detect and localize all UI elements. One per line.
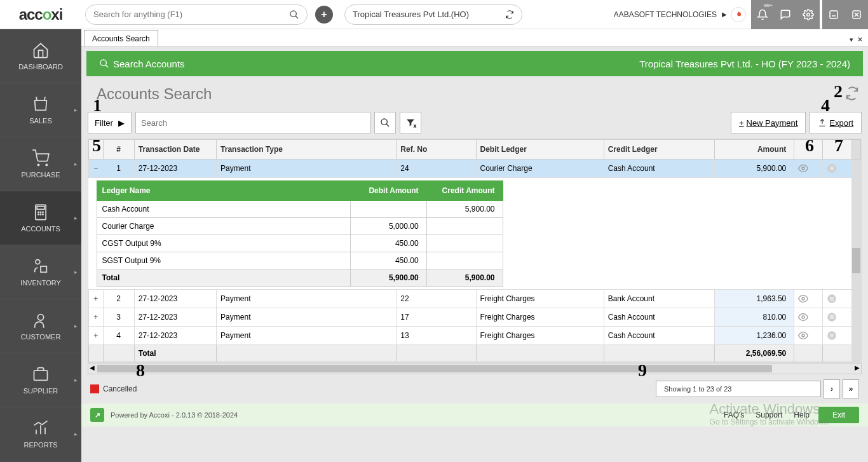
- sidebar-item-reports[interactable]: REPORTS ▸: [0, 407, 81, 461]
- table-row[interactable]: + 3 27-12-2023Payment 17Freight Charges …: [89, 308, 861, 327]
- filter-button[interactable]: Filter ▶: [88, 112, 132, 133]
- chat-button[interactable]: [774, 0, 797, 29]
- add-button[interactable]: +: [315, 6, 333, 24]
- notifications-button[interactable]: 99+: [751, 0, 774, 29]
- company-selector[interactable]: Tropical Treasures Pvt Ltd.(HO): [344, 4, 522, 25]
- svg-point-25: [100, 60, 106, 65]
- col-date[interactable]: Transaction Date: [134, 140, 216, 160]
- grid-total-row: Total 2,56,069.50: [89, 345, 861, 362]
- sync-icon[interactable]: [505, 10, 514, 19]
- svg-rect-48: [830, 337, 834, 337]
- expand-icon[interactable]: +: [89, 290, 104, 308]
- menu-icon[interactable]: [823, 290, 851, 308]
- org-name[interactable]: AABASOFT TECHNOLOGIES: [614, 10, 717, 19]
- search-button[interactable]: [374, 112, 396, 133]
- expand-icon[interactable]: +: [89, 308, 104, 327]
- svg-rect-37: [830, 298, 834, 299]
- cell-credit: Cash Account: [604, 160, 714, 178]
- clear-filter-button[interactable]: x: [400, 112, 421, 133]
- filter-label: Filter: [95, 118, 113, 128]
- view-icon[interactable]: [794, 160, 823, 178]
- svg-point-8: [37, 164, 39, 165]
- new-payment-button[interactable]: + New Payment: [731, 112, 806, 133]
- sidebar-item-supplier[interactable]: SUPPLIER ▸: [0, 353, 81, 407]
- view-icon[interactable]: [794, 308, 823, 327]
- faq-link[interactable]: FAQ's: [724, 411, 744, 419]
- toolbar: 1 Filter ▶ x 3 + New Payment 4: [81, 108, 868, 137]
- svg-rect-46: [830, 334, 834, 334]
- sidebar-item-label: REPORTS: [24, 441, 58, 449]
- collapse-icon[interactable]: −: [89, 160, 104, 178]
- tab-close-icon[interactable]: ✕: [857, 36, 863, 44]
- tab-dropdown-icon[interactable]: ▾: [850, 36, 853, 44]
- export-icon: [818, 118, 827, 127]
- table-row[interactable]: + 4 27-12-2023Payment 13Freight Charges …: [89, 327, 861, 345]
- menu-icon[interactable]: [823, 160, 851, 178]
- minimize-button[interactable]: [822, 0, 845, 29]
- transactions-grid: 5 6 7 # Transaction Date Transaction Typ…: [88, 139, 862, 363]
- svg-line-26: [105, 65, 108, 67]
- col-ref[interactable]: Ref. No: [397, 140, 476, 160]
- cell-debit: Courier Charge: [476, 160, 604, 178]
- sidebar-item-label: DASHBOARD: [18, 63, 63, 71]
- svg-point-0: [290, 11, 296, 17]
- flame-icon[interactable]: [731, 7, 746, 22]
- subcol-debit: Debit Amount: [350, 181, 426, 201]
- sidebar-item-dashboard[interactable]: DASHBOARD: [0, 29, 81, 83]
- expand-icon[interactable]: +: [89, 327, 104, 345]
- svg-rect-21: [34, 370, 48, 380]
- sidebar-item-purchase[interactable]: PURCHASE ▸: [0, 137, 81, 191]
- global-search[interactable]: [85, 4, 308, 25]
- sidebar-item-customer[interactable]: CUSTOMER ▸: [0, 299, 81, 353]
- chevron-right-icon: ▸: [74, 215, 78, 221]
- settings-button[interactable]: [797, 0, 820, 29]
- search-icon[interactable]: [289, 10, 299, 20]
- company-name: Tropical Treasures Pvt Ltd.(HO): [353, 10, 469, 19]
- plus-icon: +: [739, 118, 744, 128]
- sidebar-item-sales[interactable]: SALES ▸: [0, 83, 81, 137]
- svg-rect-41: [830, 315, 834, 316]
- sidebar-item-accounts[interactable]: ACCOUNTS ▸: [0, 191, 81, 245]
- col-debit[interactable]: Debit Ledger: [476, 140, 604, 160]
- view-icon[interactable]: [794, 327, 823, 345]
- support-link[interactable]: Support: [756, 411, 782, 419]
- grid-search-input[interactable]: [136, 118, 370, 128]
- view-icon[interactable]: [794, 290, 823, 308]
- svg-rect-32: [830, 168, 834, 168]
- cancelled-swatch: [90, 384, 99, 393]
- chart-icon: [32, 419, 50, 437]
- sidebar-item-inventory[interactable]: INVENTORY ▸: [0, 245, 81, 299]
- tab-accounts-search[interactable]: Accounts Search: [84, 30, 158, 46]
- table-row[interactable]: + 2 27-12-2023Payment 22Freight Charges …: [89, 290, 861, 308]
- exit-button[interactable]: Exit: [818, 407, 859, 423]
- close-button[interactable]: [845, 0, 868, 29]
- col-amount[interactable]: Amount: [715, 140, 794, 160]
- global-search-input[interactable]: [93, 10, 289, 19]
- col-num[interactable]: #: [103, 140, 134, 160]
- horizontal-scrollbar[interactable]: ◀ ▶: [88, 363, 862, 374]
- topbar: accoxi + Tropical Treasures Pvt Ltd.(HO)…: [0, 0, 868, 29]
- pager-info: Showing 1 to 23 of 23: [656, 381, 821, 397]
- svg-point-39: [802, 316, 804, 318]
- col-type[interactable]: Transaction Type: [217, 140, 397, 160]
- chevron-right-icon: ▸: [74, 161, 78, 167]
- content-area: Accounts Search ▾ ✕ Search Accounts Trop…: [81, 29, 868, 462]
- menu-icon[interactable]: [823, 327, 851, 345]
- grid-search[interactable]: [135, 112, 370, 133]
- refresh-icon[interactable]: [845, 86, 859, 100]
- export-button[interactable]: Export: [810, 112, 862, 133]
- next-page-button[interactable]: ›: [824, 379, 840, 398]
- svg-rect-33: [830, 170, 834, 170]
- svg-rect-19: [41, 266, 46, 272]
- last-page-button[interactable]: »: [843, 379, 859, 398]
- scrollbar-thumb[interactable]: [97, 365, 772, 372]
- sidebar-item-label: INVENTORY: [20, 279, 61, 287]
- page-header-title: Search Accounts: [113, 58, 185, 69]
- svg-rect-43: [830, 318, 834, 319]
- calculator-icon: [32, 203, 50, 221]
- table-row[interactable]: − 1 27-12-2023 Payment 24 Courier Charge…: [89, 160, 861, 178]
- help-link[interactable]: Help: [794, 411, 810, 419]
- menu-icon[interactable]: [823, 308, 851, 327]
- col-credit[interactable]: Credit Ledger: [604, 140, 714, 160]
- powered-by: Powered by Accoxi - 2.0.13 © 2018-2024: [111, 411, 238, 419]
